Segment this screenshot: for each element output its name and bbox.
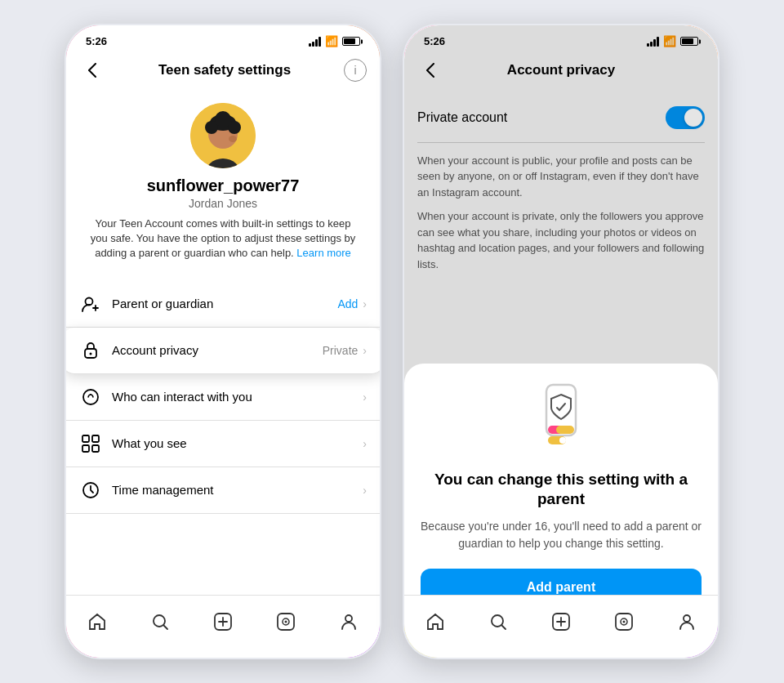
nav-search-left[interactable]	[144, 605, 176, 638]
chevron-icon-interact: ›	[363, 391, 367, 404]
parent-label: Parent or guardian	[112, 297, 337, 310]
whatyousee-label: What you see	[112, 436, 363, 450]
learn-more-link[interactable]: Learn more	[296, 247, 350, 259]
svg-rect-13	[82, 435, 89, 442]
add-link[interactable]: Add	[337, 297, 358, 310]
signal-icon-left	[309, 37, 321, 47]
battery-icon-left	[342, 37, 360, 46]
chevron-icon-privacy: ›	[363, 344, 367, 357]
nav-plus-left[interactable]	[207, 605, 239, 638]
svg-rect-27	[556, 426, 574, 434]
grid-icon	[79, 432, 102, 455]
settings-item-time[interactable]: Time management ›	[66, 467, 380, 514]
bottom-nav-right	[404, 595, 718, 658]
svg-point-6	[215, 111, 231, 127]
privacy-label: Account privacy	[112, 343, 323, 357]
bottom-nav-left	[66, 595, 380, 658]
header-left: Teen safety settings i	[66, 51, 380, 93]
full-name: Jordan Jones	[189, 197, 257, 210]
lock-icon	[79, 339, 102, 362]
nav-home-left[interactable]	[81, 605, 114, 638]
svg-point-35	[684, 615, 690, 622]
nav-search-right[interactable]	[482, 605, 514, 638]
svg-point-29	[559, 437, 566, 444]
svg-rect-15	[82, 445, 89, 452]
profile-section: sunflower_power77 Jordan Jones Your Teen…	[66, 93, 380, 275]
privacy-value: Private	[323, 344, 359, 357]
svg-point-7	[229, 136, 237, 142]
nav-profile-right[interactable]	[670, 605, 703, 638]
settings-item-interact[interactable]: Who can interact with you ›	[66, 374, 380, 421]
modal-illustration	[528, 383, 594, 457]
svg-rect-14	[92, 435, 99, 442]
settings-item-whatyousee[interactable]: What you see ›	[66, 421, 380, 467]
nav-plus-right[interactable]	[545, 605, 577, 638]
nav-reels-right[interactable]	[608, 605, 640, 638]
username: sunflower_power77	[147, 176, 300, 195]
person-add-icon	[79, 292, 102, 315]
interact-icon	[79, 386, 102, 408]
right-phone: 5:26 📶	[402, 23, 720, 660]
nav-home-right[interactable]	[419, 605, 452, 638]
settings-item-parent[interactable]: Parent or guardian Add ›	[66, 281, 380, 328]
left-phone: 5:26 📶	[64, 23, 382, 660]
settings-list: Parent or guardian Add › Account privacy	[66, 281, 380, 595]
settings-item-privacy[interactable]: Account privacy Private ›	[66, 328, 380, 374]
nav-reels-left[interactable]	[270, 605, 302, 638]
nav-profile-left[interactable]	[332, 605, 365, 638]
back-button-left[interactable]	[79, 57, 105, 83]
time-left: 5:26	[86, 35, 107, 47]
modal-overlay: You can change this setting with a paren…	[404, 25, 718, 658]
page-title-left: Teen safety settings	[158, 62, 291, 78]
svg-rect-16	[92, 445, 99, 452]
interact-label: Who can interact with you	[112, 390, 363, 404]
svg-point-22	[284, 621, 287, 623]
modal-description: Because you're under 16, you'll need to …	[421, 518, 702, 552]
clock-icon	[79, 479, 102, 502]
avatar	[190, 103, 256, 168]
modal-title: You can change this setting with a paren…	[421, 470, 702, 510]
svg-point-34	[622, 621, 625, 623]
chevron-icon-parent: ›	[363, 297, 367, 310]
wifi-icon-left: 📶	[325, 35, 338, 47]
svg-point-12	[90, 394, 91, 395]
time-label: Time management	[112, 483, 363, 497]
info-button-left[interactable]: i	[344, 59, 367, 82]
svg-point-10	[90, 352, 92, 355]
svg-point-23	[345, 615, 352, 622]
chevron-icon-whatyousee: ›	[363, 437, 367, 450]
status-bar-left: 5:26 📶	[66, 25, 380, 51]
profile-description: Your Teen Account comes with built-in se…	[86, 217, 360, 261]
chevron-icon-time: ›	[363, 484, 367, 497]
svg-point-11	[83, 390, 98, 404]
